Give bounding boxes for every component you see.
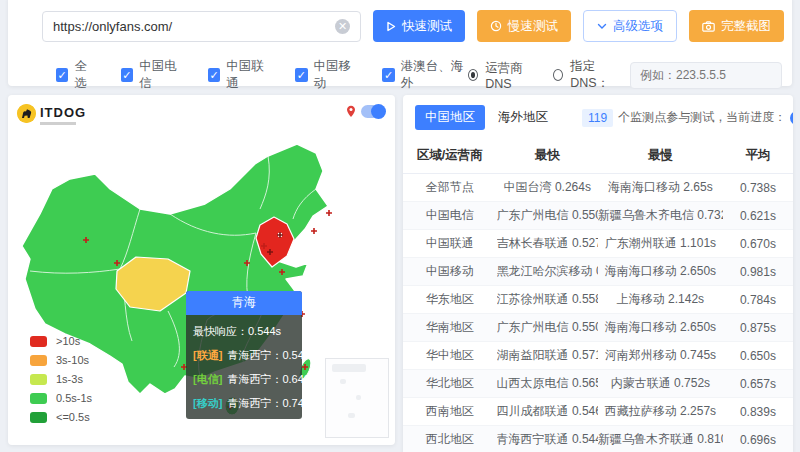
progress-bar: 100% [790, 111, 793, 125]
table-row: 西北地区青海西宁联通 0.544s新疆乌鲁木齐联通 0.810s0.696s [403, 426, 793, 452]
legend-item: 3s-10s [30, 354, 92, 366]
column-header: 区域/运营商 [403, 139, 497, 174]
filter-checkbox-4[interactable]: ✓港澳台、海外 [382, 58, 468, 92]
table-row: 中国移动黑龙江哈尔滨移动 0.584s海南海口移动 2.650s0.981s [403, 258, 793, 286]
table-cell: 黑龙江哈尔滨移动 0.584s [497, 258, 598, 286]
chevron-down-icon [597, 23, 607, 30]
quick-test-label: 快速测试 [402, 18, 452, 35]
filter-checkbox-2[interactable]: ✓中国联通 [208, 58, 271, 92]
table-cell: 0.981s [723, 258, 793, 286]
tooltip-operator-line: [联通] 青海西宁：0.544s [186, 348, 302, 363]
column-header: 最快 [497, 139, 598, 174]
operator-tag: [联通] [193, 349, 222, 361]
filter-checkbox-1[interactable]: ✓中国电信 [121, 58, 184, 92]
table-cell: 新疆乌鲁木齐电信 0.732s [598, 202, 723, 230]
table-cell: 西南地区 [403, 398, 497, 426]
checkbox-icon: ✓ [121, 68, 134, 82]
operator-dns-radio[interactable] [468, 69, 478, 81]
operator-dns-label: 运营商DNS [485, 60, 538, 91]
table-cell: 西藏拉萨移动 2.257s [598, 398, 723, 426]
filter-checkbox-0[interactable]: ✓全选 [56, 58, 97, 92]
map-pin-icon [346, 105, 356, 118]
map-marker-toggle[interactable] [361, 105, 385, 118]
legend-swatch [30, 355, 47, 366]
table-row: 全部节点中国台湾 0.264s海南海口移动 2.65s0.738s [403, 174, 793, 202]
table-row: 中国电信广东广州电信 0.550s新疆乌鲁木齐电信 0.732s0.621s [403, 202, 793, 230]
custom-dns-input[interactable] [630, 62, 782, 89]
quick-test-button[interactable]: 快速测试 [373, 10, 465, 42]
tab-overseas-region[interactable]: 海外地区 [498, 109, 548, 126]
tooltip-operator-line: [移动] 青海西宁：0.748s [186, 396, 302, 411]
custom-dns-radio[interactable] [553, 69, 563, 81]
table-row: 华中地区湖南益阳联通 0.571s河南郑州移动 0.745s0.650s [403, 342, 793, 370]
custom-dns-label: 指定DNS： [570, 58, 623, 92]
table-cell: 0.621s [723, 202, 793, 230]
table-cell: 湖南益阳联通 0.571s [497, 342, 598, 370]
monitor-count-badge: 119 [582, 109, 613, 127]
table-cell: 中国电信 [403, 202, 497, 230]
table-cell: 0.670s [723, 230, 793, 258]
toolbar-card: ✕ 快速测试 慢速测试 高级选项 完整截图 ✓全选✓中国电信✓中国联通✓中国移动… [8, 0, 792, 86]
table-cell: 上海移动 2.142s [598, 286, 723, 314]
dns-options: 运营商DNS 指定DNS： [468, 58, 782, 92]
full-screenshot-label: 完整截图 [721, 18, 771, 35]
legend-item: >10s [30, 335, 92, 347]
url-input-wrap[interactable]: ✕ [42, 11, 361, 42]
table-cell: 中国移动 [403, 258, 497, 286]
south-china-sea-inset [325, 358, 389, 438]
table-cell: 广东潮州联通 1.101s [598, 230, 723, 258]
table-cell: 广东广州电信 0.550s [497, 202, 598, 230]
table-cell: 青海西宁联通 0.544s [497, 426, 598, 452]
legend-swatch [30, 393, 47, 404]
progress-text: 个监测点参与测试，当前进度： [618, 109, 786, 126]
table-cell: 新疆乌鲁木齐联通 0.810s [598, 426, 723, 452]
table-cell: 中国联通 [403, 230, 497, 258]
table-cell: 华东地区 [403, 286, 497, 314]
tab-china-region[interactable]: 中国地区 [415, 105, 485, 130]
table-cell: 0.784s [723, 286, 793, 314]
table-cell: 0.738s [723, 174, 793, 202]
table-cell: 海南海口移动 2.65s [598, 174, 723, 202]
operator-tag: [电信] [193, 373, 222, 385]
map-legend: >10s3s-10s1s-3s0.5s-1s<=0.5s [30, 335, 92, 423]
table-cell: 山西太原电信 0.565s [497, 370, 598, 398]
table-cell: 0.839s [723, 398, 793, 426]
table-row: 华东地区江苏徐州联通 0.558s上海移动 2.142s0.784s [403, 286, 793, 314]
legend-swatch [30, 412, 47, 423]
table-cell: 四川成都联通 0.546s [497, 398, 598, 426]
logo-text: ITDOG [40, 106, 86, 119]
table-cell: 广东广州电信 0.550s [497, 314, 598, 342]
table-cell: 海南海口移动 2.650s [598, 258, 723, 286]
table-cell: 海南海口移动 2.650s [598, 314, 723, 342]
table-cell: 中国台湾 0.264s [497, 174, 598, 202]
tooltip-fastest: 最快响应：0.544s [186, 324, 302, 339]
table-row: 西南地区四川成都联通 0.546s西藏拉萨移动 2.257s0.839s [403, 398, 793, 426]
operator-filters: ✓全选✓中国电信✓中国联通✓中国移动✓港澳台、海外 [56, 58, 468, 92]
legend-swatch [30, 336, 47, 347]
slow-test-button[interactable]: 慢速测试 [477, 10, 571, 42]
advanced-options-button[interactable]: 高级选项 [583, 10, 677, 42]
url-input[interactable] [53, 19, 335, 34]
legend-item: 0.5s-1s [30, 392, 92, 404]
slow-test-label: 慢速测试 [508, 18, 558, 35]
table-cell: 0.657s [723, 370, 793, 398]
checkbox-icon: ✓ [382, 68, 395, 82]
table-cell: 0.875s [723, 314, 793, 342]
filter-checkbox-3[interactable]: ✓中国移动 [295, 58, 358, 92]
tooltip-operator-line: [电信] 青海西宁：0.640s [186, 372, 302, 387]
table-row: 中国联通吉林长春联通 0.527s广东潮州联通 1.101s0.670s [403, 230, 793, 258]
legend-item: 1s-3s [30, 373, 92, 385]
camera-icon [702, 21, 715, 32]
table-cell: 吉林长春联通 0.527s [497, 230, 598, 258]
clear-icon[interactable]: ✕ [335, 19, 350, 34]
table-cell: 全部节点 [403, 174, 497, 202]
map-card: ITDOG [8, 95, 395, 445]
full-screenshot-button[interactable]: 完整截图 [689, 10, 784, 42]
operator-tag: [移动] [193, 397, 222, 409]
table-cell: 河南郑州移动 0.745s [598, 342, 723, 370]
legend-swatch [30, 374, 47, 385]
checkbox-icon: ✓ [208, 68, 221, 82]
table-cell: 华南地区 [403, 314, 497, 342]
clock-icon [490, 20, 502, 32]
legend-item: <=0.5s [30, 411, 92, 423]
